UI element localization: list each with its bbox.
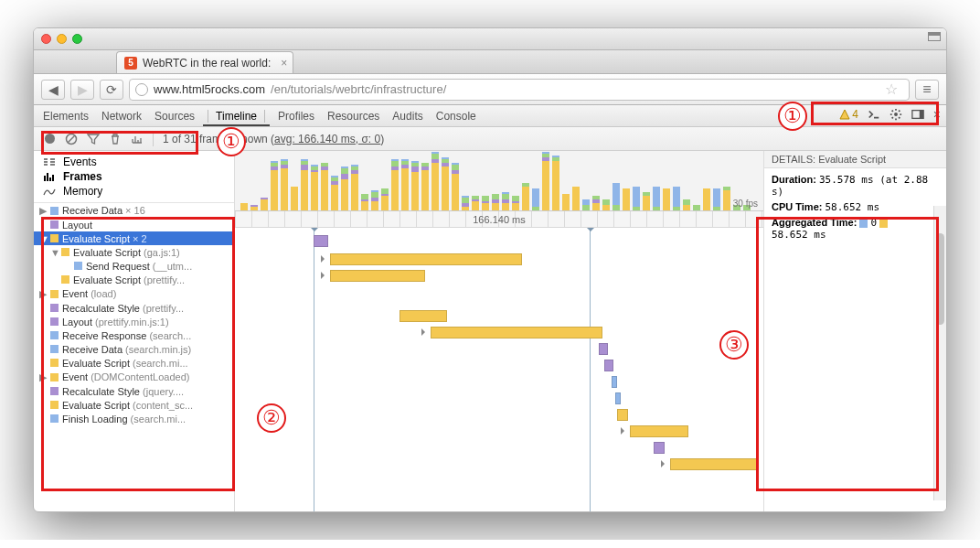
timeline-record[interactable]: Layout (prettify.min.js:1): [34, 315, 234, 328]
devtools-tab-elements[interactable]: Elements: [43, 110, 89, 123]
overview-frame-bar[interactable]: [250, 205, 258, 210]
overview-frame-bar[interactable]: [643, 192, 650, 210]
overview-frame-bar[interactable]: [462, 196, 469, 210]
flame-bar[interactable]: [314, 235, 328, 247]
overview-frame-bar[interactable]: [502, 192, 509, 210]
devtools-tab-audits[interactable]: Audits: [392, 110, 422, 123]
timeline-record[interactable]: Recalculate Style (jquery....: [34, 384, 234, 398]
gear-icon[interactable]: [889, 108, 902, 121]
flame-bar[interactable]: [612, 376, 617, 388]
records-list[interactable]: ▶Receive Data × 16Layout ▼Evaluate Scrip…: [34, 203, 234, 511]
window-controls[interactable]: [41, 34, 82, 44]
tab-close-icon[interactable]: ×: [281, 57, 287, 70]
overview-frame-bar[interactable]: [552, 156, 559, 210]
overview-frame-bar[interactable]: [673, 187, 680, 210]
minimize-window-icon[interactable]: [57, 34, 67, 44]
devtools-tab-profiles[interactable]: Profiles: [278, 110, 314, 123]
close-window-icon[interactable]: [41, 34, 51, 44]
timeline-record[interactable]: ▶Event (load): [34, 286, 234, 301]
overview-frame-bar[interactable]: [321, 163, 328, 210]
overview-frame-bar[interactable]: [381, 188, 389, 210]
devtools-close-icon[interactable]: ×: [933, 107, 941, 122]
overview-frame-bar[interactable]: [411, 161, 419, 210]
timeline-record[interactable]: Layout: [34, 218, 234, 231]
overview-frame-bar[interactable]: [261, 198, 268, 210]
record-button[interactable]: [43, 133, 56, 145]
overview-frame-bar[interactable]: [401, 159, 409, 210]
expand-tick-icon[interactable]: [321, 272, 328, 279]
timeline-record[interactable]: Evaluate Script (content_sc...: [34, 398, 234, 412]
overview-frame-bar[interactable]: [281, 159, 288, 210]
overview-frame-bar[interactable]: [522, 183, 529, 210]
reload-button[interactable]: ⟳: [100, 80, 123, 100]
overview-frame-bar[interactable]: [371, 190, 378, 210]
warning-count[interactable]: 4: [839, 108, 858, 121]
flame-bar[interactable]: [399, 310, 447, 322]
overview-frame-bar[interactable]: [582, 199, 590, 210]
overview-frame-bar[interactable]: [592, 196, 600, 210]
overview-frame-bar[interactable]: [703, 188, 710, 210]
devtools-tab-timeline[interactable]: Timeline: [208, 110, 265, 123]
flame-bar[interactable]: [617, 409, 628, 421]
devtools-tab-resources[interactable]: Resources: [327, 110, 379, 123]
flamechart[interactable]: [235, 228, 763, 511]
overview-frame-bar[interactable]: [713, 188, 720, 210]
flame-bar[interactable]: [654, 442, 665, 454]
filter-button[interactable]: [87, 133, 100, 145]
timeline-record[interactable]: Send Request (__utm...: [34, 259, 234, 273]
flame-bar[interactable]: [615, 392, 621, 404]
hamburger-menu-button[interactable]: [915, 80, 939, 100]
overview-frame-bar[interactable]: [291, 187, 298, 210]
overview-frame-bar[interactable]: [452, 163, 459, 210]
overview-frame-bar[interactable]: [663, 188, 670, 210]
flame-bar[interactable]: [670, 458, 758, 470]
timeline-record[interactable]: Evaluate Script (prettify...: [34, 273, 234, 286]
timeline-record[interactable]: ▶Event (DOMContentLoaded): [34, 370, 234, 384]
overview-frame-bar[interactable]: [653, 187, 660, 210]
overview-frame-bar[interactable]: [331, 176, 338, 210]
overview-frame-bar[interactable]: [562, 194, 570, 210]
timeline-record[interactable]: Recalculate Style (prettify...: [34, 301, 234, 315]
overview-frame-bar[interactable]: [482, 196, 489, 210]
overview-frame-bar[interactable]: [572, 187, 580, 210]
view-events[interactable]: Events: [34, 155, 234, 169]
overview-frame-bar[interactable]: [492, 194, 499, 210]
overview-frame-bar[interactable]: [240, 203, 248, 210]
expand-tick-icon[interactable]: [621, 427, 628, 435]
zoom-window-icon[interactable]: [72, 34, 82, 44]
overview-frame-bar[interactable]: [311, 165, 318, 210]
back-button[interactable]: ◀: [41, 80, 65, 100]
address-bar[interactable]: www.html5rocks.com/en/tutorials/webrtc/i…: [129, 79, 910, 101]
flame-bar[interactable]: [330, 253, 522, 265]
timeline-record[interactable]: ▼Evaluate Script × 2: [34, 231, 234, 245]
timeline-record[interactable]: Receive Data (search.min.js): [34, 342, 234, 356]
overview-frame-bar[interactable]: [633, 187, 640, 210]
overview-frame-bar[interactable]: [723, 187, 730, 210]
view-frames[interactable]: Frames: [34, 169, 234, 184]
overview-frame-bar[interactable]: [341, 167, 348, 210]
frames-view-icon[interactable]: [131, 133, 144, 145]
overview-frame-bar[interactable]: [623, 188, 630, 210]
browser-tab[interactable]: 5 WebRTC in the real world: ×: [116, 51, 293, 73]
clear-button[interactable]: [65, 133, 78, 145]
dock-side-icon[interactable]: [911, 108, 924, 121]
overview-frame-bar[interactable]: [361, 194, 368, 210]
garbage-collect-button[interactable]: [109, 133, 122, 145]
overview-frame-bar[interactable]: [391, 159, 399, 210]
devtools-tab-sources[interactable]: Sources: [154, 110, 195, 123]
flame-bar[interactable]: [330, 270, 425, 282]
overview-chart[interactable]: 30 fps: [235, 151, 763, 211]
frames-status-link[interactable]: avg: 166.140 ms, σ: 0: [274, 133, 380, 145]
timeline-record[interactable]: Receive Response (search...: [34, 328, 234, 342]
flame-bar[interactable]: [630, 425, 688, 437]
overview-frame-bar[interactable]: [431, 152, 439, 210]
overview-frame-bar[interactable]: [542, 152, 549, 210]
flame-bar[interactable]: [604, 360, 613, 371]
timeline-record[interactable]: ▶Receive Data × 16: [34, 203, 234, 218]
overview-frame-bar[interactable]: [512, 196, 519, 210]
overview-frame-bar[interactable]: [612, 183, 620, 210]
overview-frame-bar[interactable]: [421, 163, 429, 210]
flame-bar[interactable]: [599, 343, 608, 355]
time-ruler[interactable]: 166.140 ms: [235, 211, 763, 228]
overview-frame-bar[interactable]: [301, 159, 308, 210]
